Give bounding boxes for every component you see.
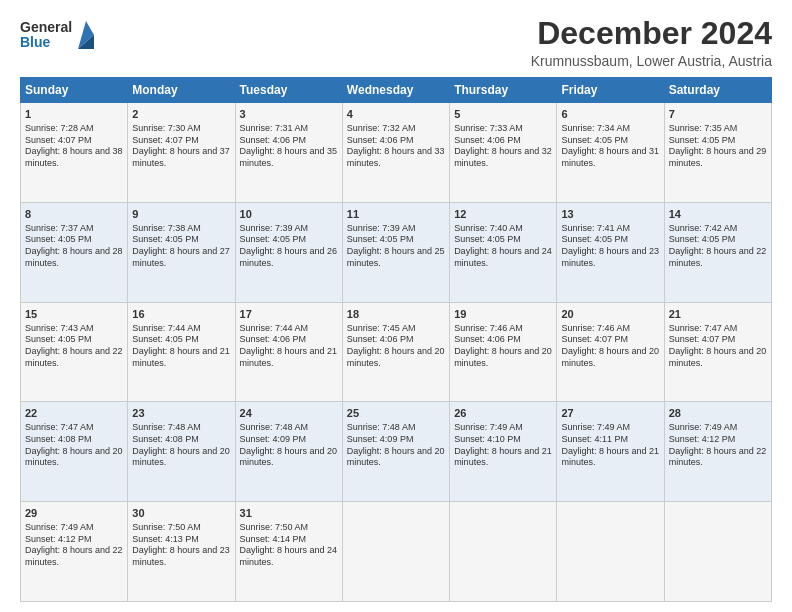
month-title: December 2024 bbox=[531, 16, 772, 51]
calendar-cell: 9Sunrise: 7:38 AMSunset: 4:05 PMDaylight… bbox=[128, 202, 235, 302]
logo-icon bbox=[76, 21, 96, 49]
calendar-cell: 15Sunrise: 7:43 AMSunset: 4:05 PMDayligh… bbox=[21, 302, 128, 402]
calendar-cell: 2Sunrise: 7:30 AMSunset: 4:07 PMDaylight… bbox=[128, 103, 235, 203]
logo: General Blue bbox=[20, 20, 96, 51]
day-info: Sunrise: 7:44 AMSunset: 4:05 PMDaylight:… bbox=[132, 323, 230, 370]
day-number: 20 bbox=[561, 307, 659, 322]
day-number: 16 bbox=[132, 307, 230, 322]
calendar-cell: 4Sunrise: 7:32 AMSunset: 4:06 PMDaylight… bbox=[342, 103, 449, 203]
day-number: 12 bbox=[454, 207, 552, 222]
day-info: Sunrise: 7:39 AMSunset: 4:05 PMDaylight:… bbox=[240, 223, 338, 270]
day-number: 21 bbox=[669, 307, 767, 322]
day-info: Sunrise: 7:43 AMSunset: 4:05 PMDaylight:… bbox=[25, 323, 123, 370]
week-row-0: 1Sunrise: 7:28 AMSunset: 4:07 PMDaylight… bbox=[21, 103, 772, 203]
calendar-cell: 10Sunrise: 7:39 AMSunset: 4:05 PMDayligh… bbox=[235, 202, 342, 302]
day-number: 15 bbox=[25, 307, 123, 322]
calendar-cell: 22Sunrise: 7:47 AMSunset: 4:08 PMDayligh… bbox=[21, 402, 128, 502]
day-info: Sunrise: 7:30 AMSunset: 4:07 PMDaylight:… bbox=[132, 123, 230, 170]
day-info: Sunrise: 7:33 AMSunset: 4:06 PMDaylight:… bbox=[454, 123, 552, 170]
day-info: Sunrise: 7:28 AMSunset: 4:07 PMDaylight:… bbox=[25, 123, 123, 170]
calendar-cell: 18Sunrise: 7:45 AMSunset: 4:06 PMDayligh… bbox=[342, 302, 449, 402]
calendar-cell: 20Sunrise: 7:46 AMSunset: 4:07 PMDayligh… bbox=[557, 302, 664, 402]
day-info: Sunrise: 7:40 AMSunset: 4:05 PMDaylight:… bbox=[454, 223, 552, 270]
calendar-cell: 23Sunrise: 7:48 AMSunset: 4:08 PMDayligh… bbox=[128, 402, 235, 502]
day-number: 30 bbox=[132, 506, 230, 521]
calendar-cell: 31Sunrise: 7:50 AMSunset: 4:14 PMDayligh… bbox=[235, 502, 342, 602]
day-info: Sunrise: 7:35 AMSunset: 4:05 PMDaylight:… bbox=[669, 123, 767, 170]
day-info: Sunrise: 7:32 AMSunset: 4:06 PMDaylight:… bbox=[347, 123, 445, 170]
day-info: Sunrise: 7:31 AMSunset: 4:06 PMDaylight:… bbox=[240, 123, 338, 170]
day-number: 10 bbox=[240, 207, 338, 222]
header: General Blue December 2024 Krumnussbaum,… bbox=[20, 16, 772, 69]
day-number: 3 bbox=[240, 107, 338, 122]
day-number: 7 bbox=[669, 107, 767, 122]
calendar-cell: 5Sunrise: 7:33 AMSunset: 4:06 PMDaylight… bbox=[450, 103, 557, 203]
col-header-monday: Monday bbox=[128, 78, 235, 103]
day-info: Sunrise: 7:49 AMSunset: 4:11 PMDaylight:… bbox=[561, 422, 659, 469]
calendar-cell: 26Sunrise: 7:49 AMSunset: 4:10 PMDayligh… bbox=[450, 402, 557, 502]
day-number: 13 bbox=[561, 207, 659, 222]
day-number: 28 bbox=[669, 406, 767, 421]
day-info: Sunrise: 7:48 AMSunset: 4:09 PMDaylight:… bbox=[347, 422, 445, 469]
location: Krumnussbaum, Lower Austria, Austria bbox=[531, 53, 772, 69]
col-header-friday: Friday bbox=[557, 78, 664, 103]
col-header-wednesday: Wednesday bbox=[342, 78, 449, 103]
day-number: 1 bbox=[25, 107, 123, 122]
day-number: 31 bbox=[240, 506, 338, 521]
day-info: Sunrise: 7:44 AMSunset: 4:06 PMDaylight:… bbox=[240, 323, 338, 370]
calendar-cell: 7Sunrise: 7:35 AMSunset: 4:05 PMDaylight… bbox=[664, 103, 771, 203]
day-info: Sunrise: 7:45 AMSunset: 4:06 PMDaylight:… bbox=[347, 323, 445, 370]
day-number: 19 bbox=[454, 307, 552, 322]
day-number: 24 bbox=[240, 406, 338, 421]
logo-general: General bbox=[20, 19, 72, 35]
calendar-cell: 28Sunrise: 7:49 AMSunset: 4:12 PMDayligh… bbox=[664, 402, 771, 502]
calendar-cell: 24Sunrise: 7:48 AMSunset: 4:09 PMDayligh… bbox=[235, 402, 342, 502]
calendar-cell bbox=[342, 502, 449, 602]
calendar-cell bbox=[557, 502, 664, 602]
day-number: 29 bbox=[25, 506, 123, 521]
day-info: Sunrise: 7:37 AMSunset: 4:05 PMDaylight:… bbox=[25, 223, 123, 270]
day-info: Sunrise: 7:34 AMSunset: 4:05 PMDaylight:… bbox=[561, 123, 659, 170]
calendar-cell: 8Sunrise: 7:37 AMSunset: 4:05 PMDaylight… bbox=[21, 202, 128, 302]
week-row-4: 29Sunrise: 7:49 AMSunset: 4:12 PMDayligh… bbox=[21, 502, 772, 602]
calendar-table: SundayMondayTuesdayWednesdayThursdayFrid… bbox=[20, 77, 772, 602]
calendar-cell bbox=[450, 502, 557, 602]
day-number: 8 bbox=[25, 207, 123, 222]
day-info: Sunrise: 7:38 AMSunset: 4:05 PMDaylight:… bbox=[132, 223, 230, 270]
day-info: Sunrise: 7:39 AMSunset: 4:05 PMDaylight:… bbox=[347, 223, 445, 270]
day-number: 27 bbox=[561, 406, 659, 421]
header-row: SundayMondayTuesdayWednesdayThursdayFrid… bbox=[21, 78, 772, 103]
logo-text: General Blue bbox=[20, 20, 72, 51]
week-row-2: 15Sunrise: 7:43 AMSunset: 4:05 PMDayligh… bbox=[21, 302, 772, 402]
day-info: Sunrise: 7:46 AMSunset: 4:06 PMDaylight:… bbox=[454, 323, 552, 370]
calendar-cell: 17Sunrise: 7:44 AMSunset: 4:06 PMDayligh… bbox=[235, 302, 342, 402]
calendar-page: General Blue December 2024 Krumnussbaum,… bbox=[0, 0, 792, 612]
calendar-cell: 12Sunrise: 7:40 AMSunset: 4:05 PMDayligh… bbox=[450, 202, 557, 302]
col-header-thursday: Thursday bbox=[450, 78, 557, 103]
calendar-cell: 13Sunrise: 7:41 AMSunset: 4:05 PMDayligh… bbox=[557, 202, 664, 302]
day-number: 11 bbox=[347, 207, 445, 222]
day-info: Sunrise: 7:41 AMSunset: 4:05 PMDaylight:… bbox=[561, 223, 659, 270]
day-number: 14 bbox=[669, 207, 767, 222]
day-info: Sunrise: 7:46 AMSunset: 4:07 PMDaylight:… bbox=[561, 323, 659, 370]
week-row-3: 22Sunrise: 7:47 AMSunset: 4:08 PMDayligh… bbox=[21, 402, 772, 502]
calendar-cell: 6Sunrise: 7:34 AMSunset: 4:05 PMDaylight… bbox=[557, 103, 664, 203]
calendar-cell: 19Sunrise: 7:46 AMSunset: 4:06 PMDayligh… bbox=[450, 302, 557, 402]
col-header-saturday: Saturday bbox=[664, 78, 771, 103]
day-info: Sunrise: 7:49 AMSunset: 4:10 PMDaylight:… bbox=[454, 422, 552, 469]
day-info: Sunrise: 7:50 AMSunset: 4:14 PMDaylight:… bbox=[240, 522, 338, 569]
day-number: 23 bbox=[132, 406, 230, 421]
calendar-cell: 16Sunrise: 7:44 AMSunset: 4:05 PMDayligh… bbox=[128, 302, 235, 402]
calendar-cell bbox=[664, 502, 771, 602]
day-number: 9 bbox=[132, 207, 230, 222]
day-number: 5 bbox=[454, 107, 552, 122]
calendar-cell: 27Sunrise: 7:49 AMSunset: 4:11 PMDayligh… bbox=[557, 402, 664, 502]
calendar-cell: 25Sunrise: 7:48 AMSunset: 4:09 PMDayligh… bbox=[342, 402, 449, 502]
title-block: December 2024 Krumnussbaum, Lower Austri… bbox=[531, 16, 772, 69]
calendar-cell: 1Sunrise: 7:28 AMSunset: 4:07 PMDaylight… bbox=[21, 103, 128, 203]
calendar-cell: 11Sunrise: 7:39 AMSunset: 4:05 PMDayligh… bbox=[342, 202, 449, 302]
day-info: Sunrise: 7:48 AMSunset: 4:08 PMDaylight:… bbox=[132, 422, 230, 469]
calendar-cell: 3Sunrise: 7:31 AMSunset: 4:06 PMDaylight… bbox=[235, 103, 342, 203]
calendar-cell: 14Sunrise: 7:42 AMSunset: 4:05 PMDayligh… bbox=[664, 202, 771, 302]
day-info: Sunrise: 7:49 AMSunset: 4:12 PMDaylight:… bbox=[25, 522, 123, 569]
